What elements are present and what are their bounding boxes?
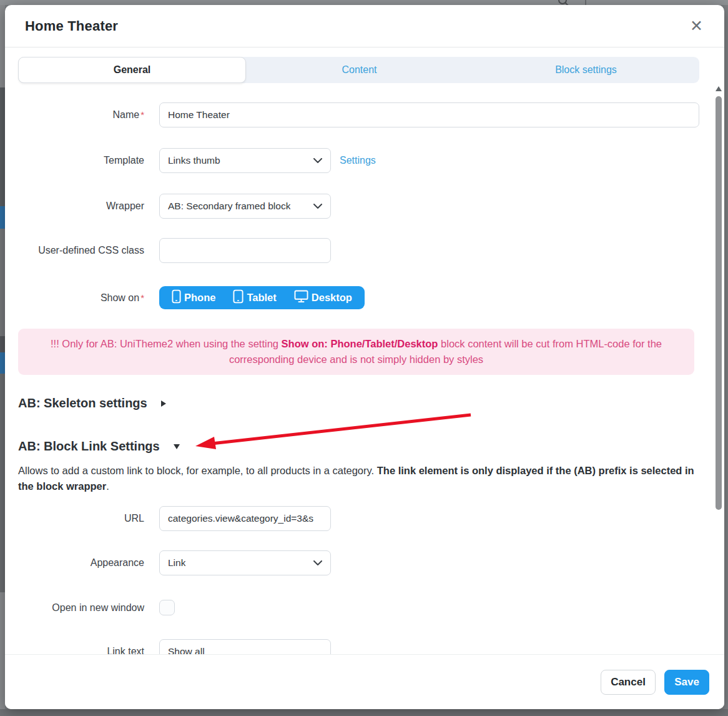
show-on-phone-button[interactable]: Phone (163, 286, 224, 309)
chevron-down-icon (313, 201, 322, 212)
background-sidebar (0, 5, 5, 716)
show-on-desktop-button[interactable]: Desktop (285, 286, 361, 309)
tablet-icon (233, 289, 243, 306)
background-topbar: Search (0, 0, 728, 5)
chevron-down-icon (313, 155, 322, 166)
template-label: Template (18, 155, 144, 166)
tab-block-settings[interactable]: Block settings (473, 57, 699, 83)
modal-body: General Content Block settings Name* Tem… (5, 47, 724, 654)
show-on-button-group: Phone Tablet Desktop (159, 286, 365, 309)
url-input[interactable] (159, 506, 331, 531)
wrapper-label: Wrapper (18, 201, 144, 212)
modal-title: Home Theater (25, 18, 118, 34)
tab-bar: General Content Block settings (18, 57, 699, 83)
show-on-phone-label: Phone (184, 292, 215, 304)
url-label: URL (18, 513, 144, 524)
show-on-warning-banner: !!! Only for AB: UniTheme2 when using th… (18, 329, 694, 375)
show-on-tablet-label: Tablet (247, 292, 276, 304)
url-row: URL (18, 506, 699, 531)
css-class-row: User-defined CSS class (18, 238, 699, 263)
appearance-select-value: Link (168, 557, 185, 569)
appearance-label: Appearance (18, 557, 144, 569)
warning-bold-text: Show on: Phone/Tablet/Desktop (282, 338, 438, 349)
close-icon[interactable]: ✕ (687, 16, 706, 36)
template-row: Template Links thumb Settings (18, 148, 699, 173)
show-on-label: Show on* (18, 292, 144, 304)
background-overlay-bottom (0, 709, 728, 716)
css-class-label: User-defined CSS class (18, 245, 144, 256)
link-text-input[interactable] (159, 639, 331, 654)
modal-scrollbar[interactable] (715, 86, 722, 654)
template-select[interactable]: Links thumb (159, 148, 331, 173)
background-sidebar-fragment (0, 229, 5, 336)
phone-icon (172, 289, 181, 306)
red-arrow-annotation (193, 410, 480, 454)
scroll-up-arrow[interactable] (716, 86, 722, 91)
background-sidebar-fragment (0, 352, 5, 374)
warning-text: !!! Only for AB: UniTheme2 when using th… (51, 338, 282, 349)
block-link-settings-title: AB: Block Link Settings (18, 439, 160, 454)
section-block-link-settings[interactable]: AB: Block Link Settings (18, 439, 699, 454)
background-overlay-right (724, 5, 728, 709)
template-select-value: Links thumb (168, 155, 220, 166)
search-icon (558, 0, 569, 5)
wrapper-row: Wrapper AB: Secondary framed block (18, 194, 699, 219)
name-row: Name* (18, 102, 699, 127)
new-window-label: Open in new window (18, 602, 144, 614)
background-sidebar-fragment (0, 374, 5, 592)
block-settings-modal: Home Theater ✕ General Content Block set… (5, 5, 724, 709)
tab-content[interactable]: Content (246, 57, 473, 83)
collapsed-caret-icon (161, 400, 166, 407)
expanded-caret-icon (174, 444, 180, 449)
modal-header: Home Theater ✕ (5, 5, 724, 47)
skeleton-settings-title: AB: Skeleton settings (18, 396, 147, 410)
section-skeleton-settings[interactable]: AB: Skeleton settings (18, 396, 699, 410)
template-settings-link[interactable]: Settings (340, 155, 376, 166)
required-marker: * (140, 109, 144, 120)
scrollbar-thumb[interactable] (716, 96, 722, 510)
background-divider (585, 0, 586, 5)
background-sidebar-fragment (0, 87, 5, 212)
name-input[interactable] (159, 102, 699, 127)
css-class-input[interactable] (159, 238, 331, 263)
new-window-checkbox[interactable] (159, 600, 175, 615)
appearance-row: Appearance Link (18, 550, 699, 575)
required-marker: * (140, 292, 144, 303)
background-sidebar-fragment (0, 336, 5, 352)
show-on-desktop-label: Desktop (312, 292, 352, 304)
tab-general[interactable]: General (18, 57, 246, 83)
show-on-row: Show on* Phone Tablet Desktop (18, 286, 699, 309)
new-window-row: Open in new window (18, 600, 699, 615)
appearance-select[interactable]: Link (159, 550, 331, 575)
wrapper-select[interactable]: AB: Secondary framed block (159, 194, 331, 219)
wrapper-select-value: AB: Secondary framed block (168, 201, 290, 212)
cancel-button[interactable]: Cancel (601, 670, 656, 695)
show-on-tablet-button[interactable]: Tablet (224, 286, 285, 309)
modal-footer: Cancel Save (5, 654, 724, 709)
background-search-input: Search (144, 0, 175, 2)
chevron-down-icon (313, 557, 322, 569)
name-label: Name* (18, 109, 144, 121)
desktop-icon (294, 290, 308, 306)
link-text-row: Link text (18, 639, 699, 654)
link-text-label: Link text (18, 646, 144, 654)
block-link-description: Allows to add a custom link to block, fo… (18, 463, 694, 494)
save-button[interactable]: Save (664, 670, 709, 695)
background-sidebar-fragment (0, 206, 5, 229)
